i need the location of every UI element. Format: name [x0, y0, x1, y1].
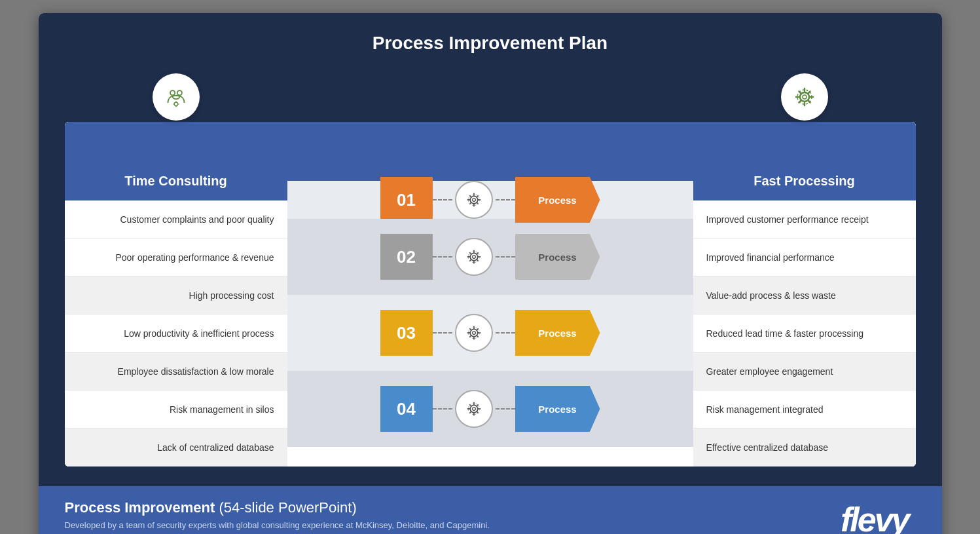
gear-1	[455, 181, 493, 219]
right-item-7: Effective centralized database	[693, 429, 916, 467]
svg-point-13	[472, 332, 475, 335]
gear-4	[455, 390, 493, 428]
process-block-4: 04	[293, 386, 688, 432]
footer-subtitle: Developed by a team of security experts …	[65, 520, 490, 530]
left-column: Time Consulting Customer complaints and …	[65, 122, 287, 467]
process-arrow-4: Process	[515, 386, 600, 432]
left-item-6: Risk management in silos	[65, 391, 287, 429]
svg-point-7	[472, 199, 475, 202]
num-badge-3: 03	[380, 310, 433, 356]
arrow-3b	[496, 332, 515, 334]
process-block-3: 03	[293, 310, 688, 356]
svg-point-16	[472, 408, 475, 411]
icons-strip	[65, 73, 916, 97]
svg-point-10	[472, 256, 475, 259]
arrow-2a	[433, 256, 452, 257]
arrow-4a	[433, 408, 452, 410]
svg-point-2	[174, 102, 177, 105]
arrow-4b	[496, 408, 515, 410]
arrow-2b	[496, 256, 515, 257]
left-header-title: Time Consulting	[124, 174, 227, 189]
process-block-1: 01	[293, 177, 688, 223]
footer-title: Process Improvement (54-slide PowerPoint…	[65, 499, 490, 516]
left-icon-container	[65, 73, 287, 97]
gear-3	[455, 314, 493, 352]
right-item-2: Improved financial performance	[693, 238, 916, 277]
main-grid: Time Consulting Customer complaints and …	[65, 122, 916, 467]
right-header-icon	[781, 73, 828, 121]
footer-title-bold: Process Improvement	[65, 499, 215, 516]
right-item-5: Greater employee engagement	[693, 353, 916, 391]
left-item-3: High processing cost	[65, 277, 287, 315]
num-badge-1: 01	[380, 177, 433, 223]
right-header-title: Fast Processing	[753, 174, 855, 189]
process-arrow-2: Process	[515, 234, 600, 280]
footer-left: Process Improvement (54-slide PowerPoint…	[65, 499, 490, 534]
left-item-5: Employee dissatisfaction & low morale	[65, 353, 287, 391]
svg-point-4	[803, 95, 807, 99]
right-header: Fast Processing	[693, 122, 916, 200]
footer-title-regular: (54-slide PowerPoint)	[215, 499, 356, 516]
process-block-2: 02	[293, 234, 688, 280]
right-column: Fast Processing Improved customer perfor…	[693, 122, 916, 467]
left-header-icon	[153, 73, 200, 121]
process-row-2: 02	[287, 219, 693, 295]
center-column: 01	[287, 122, 693, 467]
svg-text:flevy: flevy	[841, 501, 913, 534]
outer-wrapper: Process Improvement Plan	[39, 13, 942, 534]
gear-2	[455, 238, 493, 276]
left-item-4: Low productivity & inefficient process	[65, 315, 287, 353]
right-item-1: Improved customer performance receipt	[693, 200, 916, 238]
center-icon-spacer	[287, 73, 693, 97]
footer: Process Improvement (54-slide PowerPoint…	[39, 486, 942, 534]
process-arrow-1: Process	[515, 177, 600, 223]
process-row-3: 03	[287, 295, 693, 371]
process-row-1: 01	[287, 181, 693, 219]
main-content: Process Improvement Plan	[39, 13, 942, 486]
process-row-4: 04	[287, 371, 693, 447]
left-item-7: Lack of centralized database	[65, 429, 287, 467]
left-item-1: Customer complaints and poor quality	[65, 200, 287, 238]
num-badge-2: 02	[380, 234, 433, 280]
left-header: Time Consulting	[65, 122, 287, 200]
footer-logo: flevy	[837, 500, 916, 534]
right-item-6: Risk management integrated	[693, 391, 916, 429]
right-icon-container	[693, 73, 916, 97]
num-badge-4: 04	[380, 386, 433, 432]
page-title: Process Improvement Plan	[65, 33, 916, 54]
process-arrow-3: Process	[515, 310, 600, 356]
svg-point-1	[177, 90, 181, 95]
svg-point-0	[170, 90, 175, 95]
right-item-4: Reduced lead time & faster processing	[693, 315, 916, 353]
arrow-3a	[433, 332, 452, 334]
left-item-2: Poor operating performance & revenue	[65, 238, 287, 277]
arrow-1b	[496, 199, 515, 200]
right-item-3: Value-add process & less waste	[693, 277, 916, 315]
arrow-1a	[433, 199, 452, 200]
